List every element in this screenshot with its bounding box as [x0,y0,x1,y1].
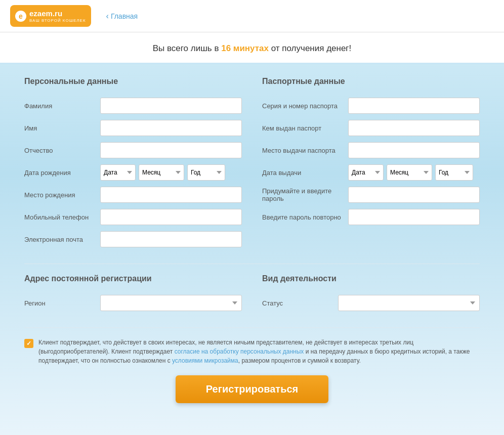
logo-text: ezaem.ru ВАШ ВТОРОЙ КОШЕЛЕК [29,9,86,23]
birthplace-input[interactable] [100,187,242,203]
headline: Вы всего лишь в 16 минутах от получения … [0,32,504,64]
passport-title: Паспортные данные [262,77,480,89]
firstname-row: Имя [24,120,242,136]
main-form-row: Персональные данные Фамилия Имя Отчество… [24,77,480,253]
region-row: Регион [24,295,242,311]
passport-number-row: Серия и номер паспорта [262,98,480,114]
submit-area: Регистрироваться [24,375,480,403]
passport-number-label: Серия и номер паспорта [262,102,343,110]
patronymic-row: Отчество [24,142,242,158]
personal-section: Персональные данные Фамилия Имя Отчество… [24,77,242,253]
passport-place-label: Место выдачи паспорта [262,147,343,154]
passport-section: Паспортные данные Серия и номер паспорта… [262,77,480,253]
section-divider [24,264,480,264]
address-title: Адрес постоянной регистрации [24,274,242,286]
phone-input[interactable] [100,209,242,225]
dob-year-select[interactable]: Год2024202320222021202020192018201720162… [187,164,225,181]
personal-data-link[interactable]: согласие на обработку персональных данны… [175,348,304,355]
birthplace-label: Место рождения [24,191,95,199]
password1-label: Придумайте и введите пароль [262,187,343,202]
status-label: Статус [262,299,333,307]
password2-label: Введите пароль повторно [262,213,343,221]
firstname-label: Имя [24,124,95,132]
dob-row: Дата рождения Дата1234567891011121314151… [24,164,242,181]
back-link[interactable]: ‹ Главная [106,12,138,21]
issue-date-selects: Дата123456789101112131415161718192021222… [348,164,480,181]
email-row: Электронная почта [24,231,242,247]
bottom-sections: Адрес постоянной регистрации Регион Вид … [24,274,480,317]
logo-icon: e [15,11,26,22]
activity-title: Вид деятельности [262,274,480,286]
email-input[interactable] [100,231,242,247]
microloan-terms-link[interactable]: условиями микрозайма [172,357,238,364]
issue-day-select[interactable]: Дата123456789101112131415161718192021222… [348,164,384,181]
passport-by-input[interactable] [348,120,480,136]
issue-date-label: Дата выдачи [262,169,343,177]
surname-input[interactable] [100,98,242,114]
phone-label: Мобильный телефон [24,213,95,221]
password2-input[interactable] [348,209,480,225]
region-select[interactable] [100,295,242,311]
dob-month-select[interactable]: МесяцЯнварьФевральМартАпрельМайИюньИюльА… [139,164,184,181]
activity-section: Вид деятельности Статус [262,274,480,317]
logo-main: ezaem.ru [29,9,86,18]
patronymic-label: Отчество [24,147,95,154]
password2-row: Введите пароль повторно [262,209,480,225]
passport-by-label: Кем выдан паспорт [262,124,343,132]
passport-place-input[interactable] [348,142,480,158]
personal-title: Персональные данные [24,77,242,89]
birthplace-row: Место рождения [24,187,242,203]
password1-input[interactable] [348,187,480,203]
logo-tagline: ВАШ ВТОРОЙ КОШЕЛЕК [29,18,86,23]
password1-row: Придумайте и введите пароль [262,187,480,203]
issue-month-select[interactable]: МесяцЯнварьФевральМартАпрельМайИюньИюльА… [387,164,432,181]
issue-date-row: Дата выдачи Дата123456789101112131415161… [262,164,480,181]
agreement-checkbox[interactable] [24,339,33,348]
back-arrow-icon: ‹ [106,12,109,21]
address-section: Адрес постоянной регистрации Регион [24,274,242,317]
phone-row: Мобильный телефон [24,209,242,225]
agreement-row: Клиент подтверждает, что действует в сво… [24,338,480,365]
agreement-text: Клиент подтверждает, что действует в сво… [38,338,480,365]
logo: e ezaem.ru ВАШ ВТОРОЙ КОШЕЛЕК [10,5,91,27]
firstname-input[interactable] [100,120,242,136]
region-label: Регион [24,299,95,307]
email-label: Электронная почта [24,236,95,243]
passport-by-row: Кем выдан паспорт [262,120,480,136]
dob-day-select[interactable]: Дата123456789101112131415161718192021222… [100,164,136,181]
surname-label: Фамилия [24,102,95,110]
passport-place-row: Место выдачи паспорта [262,142,480,158]
dob-selects: Дата123456789101112131415161718192021222… [100,164,242,181]
issue-year-select[interactable]: Год2024202320222021202020192018201720162… [435,164,473,181]
register-button[interactable]: Регистрироваться [176,375,329,403]
status-row: Статус [262,295,480,311]
dob-label: Дата рождения [24,169,95,177]
surname-row: Фамилия [24,98,242,114]
headline-highlight: 16 минутах [221,44,269,53]
passport-number-input[interactable] [348,98,480,114]
form-container: Персональные данные Фамилия Имя Отчество… [9,64,495,431]
header: e ezaem.ru ВАШ ВТОРОЙ КОШЕЛЕК ‹ Главная [0,0,504,32]
agreement-divider [24,327,480,328]
patronymic-input[interactable] [100,142,242,158]
status-select[interactable] [338,295,480,311]
